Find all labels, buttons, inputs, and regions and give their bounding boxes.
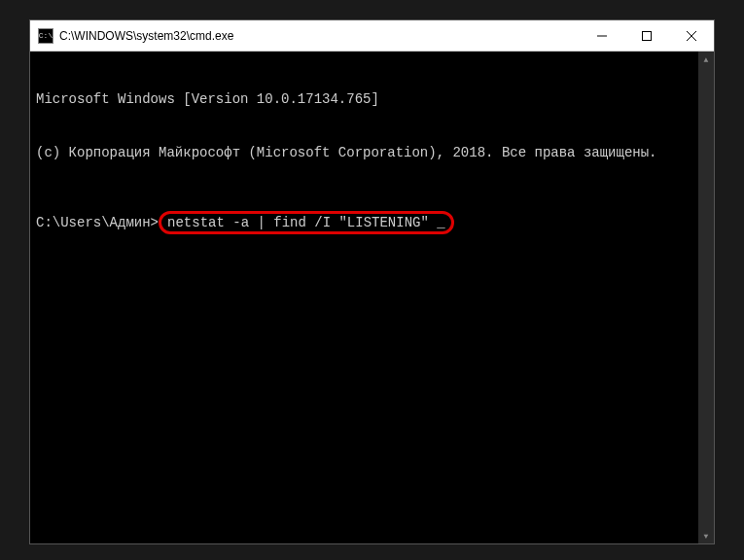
window-title: C:\WINDOWS\system32\cmd.exe [59, 29, 580, 43]
close-button[interactable] [669, 20, 714, 51]
cmd-window: C:\ C:\WINDOWS\system32\cmd.exe Microsof… [29, 19, 715, 544]
svg-rect-1 [643, 31, 652, 40]
version-line: Microsoft Windows [Version 10.0.17134.76… [36, 90, 708, 108]
copyright-line: (c) Корпорация Майкрософт (Microsoft Cor… [36, 144, 708, 161]
command-highlight: netstat -a | find /I "LISTENING" _ [159, 211, 454, 234]
titlebar[interactable]: C:\ C:\WINDOWS\system32\cmd.exe [30, 20, 714, 52]
scroll-down-arrow-icon[interactable]: ▼ [698, 528, 714, 543]
maximize-icon [642, 31, 652, 41]
minimize-icon [597, 31, 607, 41]
scroll-up-arrow-icon[interactable]: ▲ [698, 52, 714, 67]
terminal-area[interactable]: Microsoft Windows [Version 10.0.17134.76… [30, 52, 714, 543]
cmd-icon-text: C:\ [39, 32, 53, 40]
maximize-button[interactable] [624, 20, 669, 51]
prompt-text: C:\Users\Админ> [36, 214, 159, 231]
window-controls [580, 20, 714, 51]
vertical-scrollbar[interactable]: ▲ ▼ [698, 52, 714, 543]
close-icon [687, 31, 696, 41]
cmd-icon: C:\ [38, 28, 53, 44]
prompt-line: C:\Users\Админ>netstat -a | find /I "LIS… [36, 211, 708, 234]
minimize-button[interactable] [580, 20, 624, 51]
